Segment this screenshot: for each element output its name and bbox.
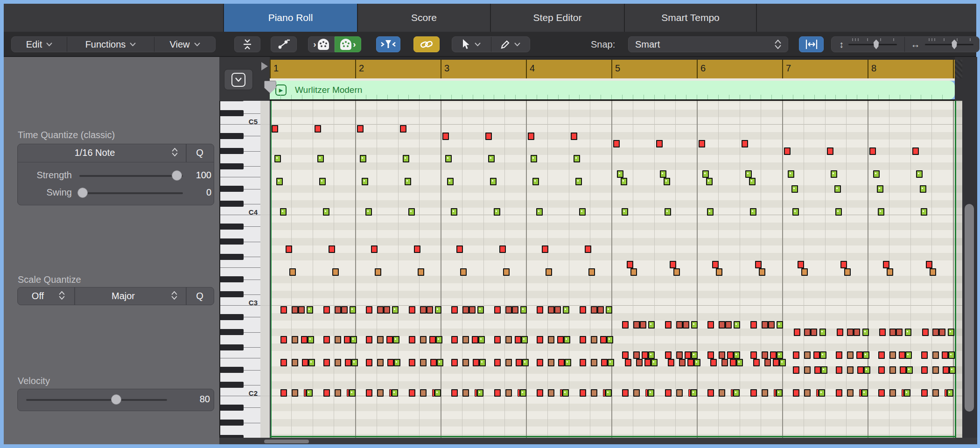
midi-note[interactable] <box>323 208 329 216</box>
piano-key-black[interactable] <box>220 254 244 260</box>
midi-note[interactable] <box>773 359 779 366</box>
midi-note[interactable] <box>759 268 765 276</box>
midi-note[interactable] <box>591 389 597 397</box>
midi-note[interactable] <box>469 306 476 314</box>
midi-note[interactable] <box>588 268 595 276</box>
midi-note[interactable] <box>734 321 740 329</box>
midi-note[interactable] <box>503 268 510 276</box>
midi-note[interactable] <box>707 321 714 329</box>
midi-in-button[interactable]: › <box>308 36 335 52</box>
midi-note[interactable] <box>776 389 783 397</box>
slider-track[interactable] <box>848 44 897 45</box>
midi-note[interactable] <box>607 336 613 343</box>
midi-note[interactable] <box>869 147 876 155</box>
menu-view[interactable]: View <box>154 37 215 52</box>
midi-note[interactable] <box>432 389 434 397</box>
midi-note[interactable] <box>725 321 732 329</box>
midi-note[interactable] <box>451 306 458 314</box>
midi-note[interactable] <box>904 389 910 397</box>
midi-note[interactable] <box>613 140 620 147</box>
midi-note[interactable] <box>329 245 335 253</box>
midi-note[interactable] <box>335 336 341 343</box>
piano-key-black[interactable] <box>220 224 244 230</box>
midi-note[interactable] <box>289 268 296 276</box>
midi-note[interactable] <box>883 261 889 268</box>
midi-note[interactable] <box>451 359 458 366</box>
midi-note[interactable] <box>819 389 825 397</box>
midi-note[interactable] <box>642 351 648 359</box>
midi-note[interactable] <box>788 170 794 178</box>
midi-note[interactable] <box>536 208 543 216</box>
midi-note[interactable] <box>644 359 651 366</box>
midi-note[interactable] <box>601 359 608 366</box>
midi-note[interactable] <box>462 359 469 366</box>
midi-note[interactable] <box>819 329 826 336</box>
midi-note[interactable] <box>394 359 400 366</box>
midi-note[interactable] <box>473 359 479 366</box>
midi-note[interactable] <box>332 268 339 276</box>
midi-note[interactable] <box>537 389 543 397</box>
midi-note[interactable] <box>921 208 927 216</box>
midi-note[interactable] <box>873 170 880 178</box>
midi-note[interactable] <box>844 268 851 276</box>
midi-note[interactable] <box>755 261 762 268</box>
midi-note[interactable] <box>742 140 748 147</box>
midi-note[interactable] <box>804 329 811 336</box>
midi-note[interactable] <box>477 389 483 397</box>
midi-note[interactable] <box>580 359 586 366</box>
midi-note[interactable] <box>719 389 725 397</box>
midi-note[interactable] <box>676 389 683 397</box>
midi-note[interactable] <box>719 351 725 359</box>
midi-note[interactable] <box>301 336 308 343</box>
midi-note[interactable] <box>707 208 714 216</box>
midi-note[interactable] <box>922 329 929 336</box>
midi-note[interactable] <box>750 321 757 329</box>
midi-note[interactable] <box>546 268 552 276</box>
midi-note[interactable] <box>392 306 399 314</box>
midi-note[interactable] <box>537 336 543 343</box>
midi-note[interactable] <box>409 389 415 397</box>
midi-note[interactable] <box>921 366 928 374</box>
midi-note[interactable] <box>878 351 885 359</box>
midi-note[interactable] <box>889 366 896 374</box>
midi-note[interactable] <box>688 389 691 397</box>
midi-note[interactable] <box>537 306 543 314</box>
midi-note[interactable] <box>308 359 315 366</box>
midi-note[interactable] <box>366 336 372 343</box>
midi-note[interactable] <box>949 366 956 374</box>
midi-note[interactable] <box>770 351 777 359</box>
midi-note[interactable] <box>591 336 597 343</box>
midi-note[interactable] <box>591 359 597 366</box>
midi-note[interactable] <box>887 268 893 276</box>
midi-note[interactable] <box>462 306 469 314</box>
midi-note[interactable] <box>706 178 713 185</box>
midi-note[interactable] <box>636 359 643 366</box>
region-header[interactable]: ▶ Wurlitzer Modern <box>270 81 955 99</box>
midi-note[interactable] <box>362 178 368 185</box>
piano-key-black[interactable] <box>220 382 244 388</box>
midi-note[interactable] <box>494 208 500 216</box>
midi-note[interactable] <box>315 125 321 133</box>
midi-note[interactable] <box>736 359 743 366</box>
midi-note[interactable] <box>768 321 775 329</box>
midi-note[interactable] <box>648 351 655 359</box>
midi-note[interactable] <box>414 245 420 253</box>
midi-note[interactable] <box>702 170 709 178</box>
midi-note[interactable] <box>932 329 939 336</box>
midi-note[interactable] <box>837 329 843 336</box>
piano-key-black[interactable] <box>220 148 244 154</box>
midi-note[interactable] <box>323 359 330 366</box>
midi-note[interactable] <box>323 336 330 343</box>
midi-note[interactable] <box>945 389 947 397</box>
midi-note[interactable] <box>836 351 842 359</box>
menu-edit[interactable]: Edit <box>12 37 67 52</box>
midi-note[interactable] <box>377 306 384 314</box>
midi-note[interactable] <box>793 389 799 397</box>
piano-key-black[interactable] <box>220 238 244 245</box>
midi-note[interactable] <box>528 133 534 140</box>
midi-note[interactable] <box>520 306 527 314</box>
midi-note[interactable] <box>393 336 399 343</box>
midi-note[interactable] <box>377 359 384 366</box>
midi-note[interactable] <box>665 389 672 397</box>
note-grid[interactable] <box>270 101 962 438</box>
